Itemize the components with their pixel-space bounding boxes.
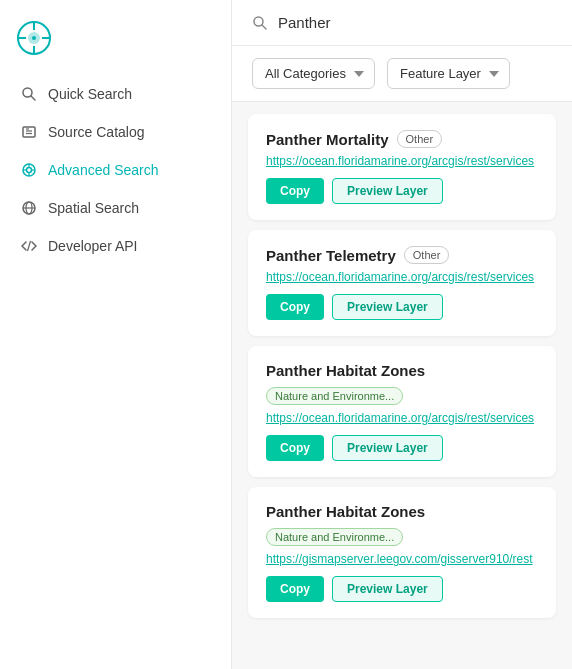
sidebar-item-label: Source Catalog xyxy=(48,124,145,140)
sidebar-item-advanced-search[interactable]: Advanced Search xyxy=(8,152,223,188)
category-filter[interactable]: All Categories xyxy=(252,58,375,89)
result-card: Panther Habitat Zones Nature and Environ… xyxy=(248,346,556,477)
sidebar-item-developer-api[interactable]: Developer API xyxy=(8,228,223,264)
logo-icon xyxy=(16,20,52,56)
card-actions: Copy Preview Layer xyxy=(266,294,538,320)
preview-button[interactable]: Preview Layer xyxy=(332,576,443,602)
card-badge: Nature and Environme... xyxy=(266,387,403,405)
card-url: https://ocean.floridamarine.org/arcgis/r… xyxy=(266,411,538,425)
result-card: Panther Telemetry Other https://ocean.fl… xyxy=(248,230,556,336)
type-filter[interactable]: Feature Layer xyxy=(387,58,510,89)
result-card: Panther Mortality Other https://ocean.fl… xyxy=(248,114,556,220)
sidebar-item-spatial-search[interactable]: Spatial Search xyxy=(8,190,223,226)
card-title-row: Panther Habitat Zones Nature and Environ… xyxy=(266,362,538,405)
sidebar-nav: Quick Search Source Catalog xyxy=(0,76,231,264)
card-actions: Copy Preview Layer xyxy=(266,576,538,602)
sidebar-item-label: Quick Search xyxy=(48,86,132,102)
card-badge: Other xyxy=(397,130,443,148)
sidebar-item-quick-search[interactable]: Quick Search xyxy=(8,76,223,112)
sidebar-item-label: Advanced Search xyxy=(48,162,159,178)
search-icon xyxy=(20,85,38,103)
svg-line-8 xyxy=(31,96,35,100)
search-bar xyxy=(232,0,572,46)
copy-button[interactable]: Copy xyxy=(266,294,324,320)
card-actions: Copy Preview Layer xyxy=(266,435,538,461)
svg-line-22 xyxy=(28,241,31,251)
preview-button[interactable]: Preview Layer xyxy=(332,294,443,320)
code-icon xyxy=(20,237,38,255)
card-title: Panther Habitat Zones xyxy=(266,362,425,379)
search-input[interactable] xyxy=(278,14,552,31)
copy-button[interactable]: Copy xyxy=(266,435,324,461)
card-title: Panther Telemetry xyxy=(266,247,396,264)
svg-point-14 xyxy=(27,168,32,173)
results-list: Panther Mortality Other https://ocean.fl… xyxy=(232,102,572,669)
copy-button[interactable]: Copy xyxy=(266,178,324,204)
sidebar-item-label: Spatial Search xyxy=(48,200,139,216)
filters-bar: All Categories Feature Layer xyxy=(232,46,572,102)
card-url: https://ocean.floridamarine.org/arcgis/r… xyxy=(266,154,538,168)
card-badge: Nature and Environme... xyxy=(266,528,403,546)
preview-button[interactable]: Preview Layer xyxy=(332,435,443,461)
preview-button[interactable]: Preview Layer xyxy=(332,178,443,204)
svg-point-2 xyxy=(32,36,36,40)
advanced-search-icon xyxy=(20,161,38,179)
card-title-row: Panther Telemetry Other xyxy=(266,246,538,264)
card-title-row: Panther Habitat Zones Nature and Environ… xyxy=(266,503,538,546)
main-content: All Categories Feature Layer Panther Mor… xyxy=(232,0,572,669)
globe-icon xyxy=(20,199,38,217)
card-url: https://ocean.floridamarine.org/arcgis/r… xyxy=(266,270,538,284)
svg-line-24 xyxy=(262,25,266,29)
copy-button[interactable]: Copy xyxy=(266,576,324,602)
sidebar: Quick Search Source Catalog xyxy=(0,0,232,669)
result-card: Panther Habitat Zones Nature and Environ… xyxy=(248,487,556,618)
card-title-row: Panther Mortality Other xyxy=(266,130,538,148)
card-url: https://gismapserver.leegov.com/gisserve… xyxy=(266,552,538,566)
sidebar-item-source-catalog[interactable]: Source Catalog xyxy=(8,114,223,150)
app-logo xyxy=(0,12,231,76)
card-actions: Copy Preview Layer xyxy=(266,178,538,204)
search-icon xyxy=(252,15,268,31)
catalog-icon xyxy=(20,123,38,141)
card-badge: Other xyxy=(404,246,450,264)
card-title: Panther Habitat Zones xyxy=(266,503,425,520)
sidebar-item-label: Developer API xyxy=(48,238,138,254)
card-title: Panther Mortality xyxy=(266,131,389,148)
